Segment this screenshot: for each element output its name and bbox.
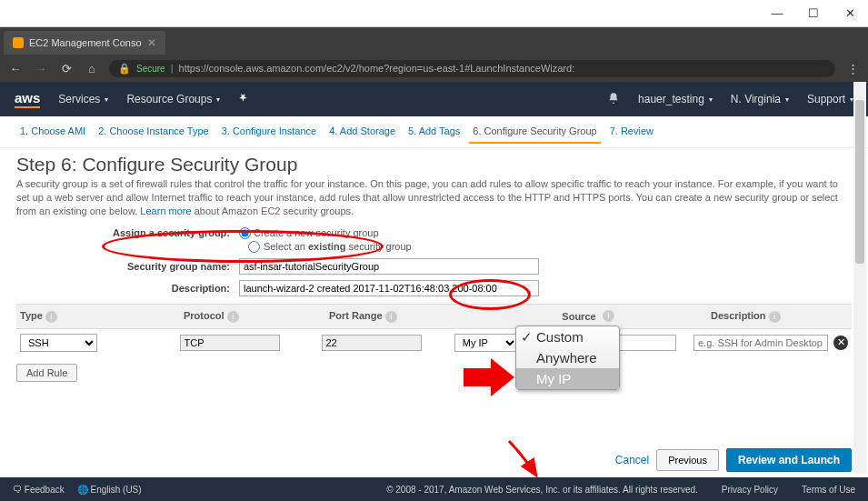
window-minimize-button[interactable]: — [759, 0, 795, 27]
rule-protocol [180, 335, 280, 351]
remove-rule-icon[interactable]: ✕ [833, 336, 848, 350]
window-titlebar: — ☐ ✕ [0, 0, 868, 27]
nav-resource-groups[interactable]: Resource Groups▾ [126, 93, 220, 105]
dropdown-option-custom[interactable]: Custom [516, 326, 619, 347]
forward-icon[interactable]: → [33, 62, 49, 75]
lock-icon: 🔒 [118, 63, 131, 75]
radio-select-existing-label: Select an existing security group [264, 241, 412, 252]
reload-icon[interactable]: ⟳ [58, 62, 75, 75]
page-title: Step 6: Configure Security Group [16, 154, 852, 175]
rules-table: Typei Protocoli Port Rangei Sourcei Desc… [16, 304, 852, 356]
add-rule-button[interactable]: Add Rule [16, 364, 77, 382]
info-icon[interactable]: i [603, 310, 614, 322]
info-icon[interactable]: i [385, 311, 397, 323]
feedback-link[interactable]: 🗨 Feedback [13, 485, 65, 495]
window-maximize-button[interactable]: ☐ [795, 0, 832, 27]
privacy-link[interactable]: Privacy Policy [722, 485, 778, 495]
aws-footer: 🗨 Feedback 🌐 English (US) © 2008 - 2017,… [0, 477, 868, 501]
secure-label: Secure [136, 64, 165, 74]
tab-close-icon[interactable]: ✕ [147, 36, 156, 49]
cancel-link[interactable]: Cancel [615, 454, 649, 466]
wizard-step-1[interactable]: 1. Choose AMI [16, 124, 89, 144]
pin-icon[interactable] [238, 92, 250, 106]
browser-toolbar: ← → ⟳ ⌂ 🔒 Secure | https://console.aws.a… [0, 55, 868, 82]
wizard-tabs: 1. Choose AMI 2. Choose Instance Type 3.… [0, 116, 868, 148]
url-text: https://console.aws.amazon.com/ec2/v2/ho… [179, 63, 575, 74]
wizard-step-5[interactable]: 5. Add Tags [404, 124, 464, 144]
assign-sg-label: Assign a security group: [16, 227, 239, 238]
wizard-step-7[interactable]: 7. Review [606, 124, 657, 144]
review-launch-button[interactable]: Review and Launch [726, 448, 852, 472]
learn-more-link[interactable]: Learn more [140, 205, 191, 216]
sg-desc-label: Description: [16, 283, 239, 294]
nav-user[interactable]: hauer_testing▾ [638, 93, 713, 105]
sg-name-input[interactable] [239, 258, 539, 275]
window-close-button[interactable]: ✕ [832, 0, 868, 27]
wizard-step-6[interactable]: 6. Configure Security Group [469, 124, 600, 144]
wizard-step-2[interactable]: 2. Choose Instance Type [95, 124, 213, 144]
aws-logo[interactable]: aws [15, 90, 40, 108]
language-selector[interactable]: 🌐 English (US) [77, 485, 142, 495]
wizard-step-4[interactable]: 4. Add Storage [325, 124, 399, 144]
dropdown-option-anywhere[interactable]: Anywhere [516, 347, 619, 368]
nav-support[interactable]: Support▾ [807, 93, 853, 105]
info-icon[interactable]: i [45, 311, 57, 323]
tab-title: EC2 Management Conso [29, 37, 142, 48]
address-bar[interactable]: 🔒 Secure | https://console.aws.amazon.co… [109, 60, 835, 77]
favicon-icon [13, 37, 24, 48]
dropdown-option-myip[interactable]: My IP [516, 368, 619, 389]
vertical-scrollbar[interactable] [853, 82, 866, 474]
table-header: Typei Protocoli Port Rangei Sourcei Desc… [16, 304, 852, 329]
notifications-icon[interactable] [607, 92, 620, 107]
browser-tab-strip: EC2 Management Conso ✕ [0, 27, 868, 55]
rule-type-select[interactable]: SSH [20, 334, 97, 352]
home-icon[interactable]: ⌂ [84, 62, 100, 75]
radio-create-new-label: Create a new security group [254, 227, 379, 238]
page-content: Step 6: Configure Security Group A secur… [0, 148, 868, 382]
browser-tab[interactable]: EC2 Management Conso ✕ [4, 31, 165, 55]
rule-desc-input[interactable] [693, 335, 828, 351]
page-description: A security group is a set of firewall ru… [16, 177, 852, 218]
sg-name-label: Security group name: [16, 261, 239, 272]
copyright-text: © 2008 - 2017, Amazon Web Services, Inc.… [386, 485, 698, 495]
table-row: SSH My IP ✕ [16, 329, 852, 356]
wizard-actions: Cancel Previous Review and Launch [615, 448, 852, 472]
nav-services[interactable]: Services▾ [58, 93, 108, 105]
scrollbar-thumb[interactable] [855, 100, 864, 264]
info-icon[interactable]: i [227, 311, 239, 323]
info-icon[interactable]: i [769, 311, 781, 323]
radio-create-new[interactable] [239, 227, 251, 239]
previous-button[interactable]: Previous [656, 449, 719, 471]
wizard-step-3[interactable]: 3. Configure Instance [218, 124, 321, 144]
rule-source-mode-select[interactable]: My IP [454, 334, 518, 352]
terms-link[interactable]: Terms of Use [802, 485, 855, 495]
back-icon[interactable]: ← [7, 62, 24, 75]
rule-port [322, 335, 422, 351]
radio-select-existing[interactable] [248, 241, 260, 253]
sg-desc-input[interactable] [239, 280, 539, 296]
aws-top-nav: aws Services▾ Resource Groups▾ hauer_tes… [0, 82, 868, 116]
menu-icon[interactable]: ⋮ [844, 62, 861, 75]
nav-region[interactable]: N. Virginia▾ [731, 93, 789, 105]
source-dropdown-popup: Custom Anywhere My IP [515, 326, 620, 390]
